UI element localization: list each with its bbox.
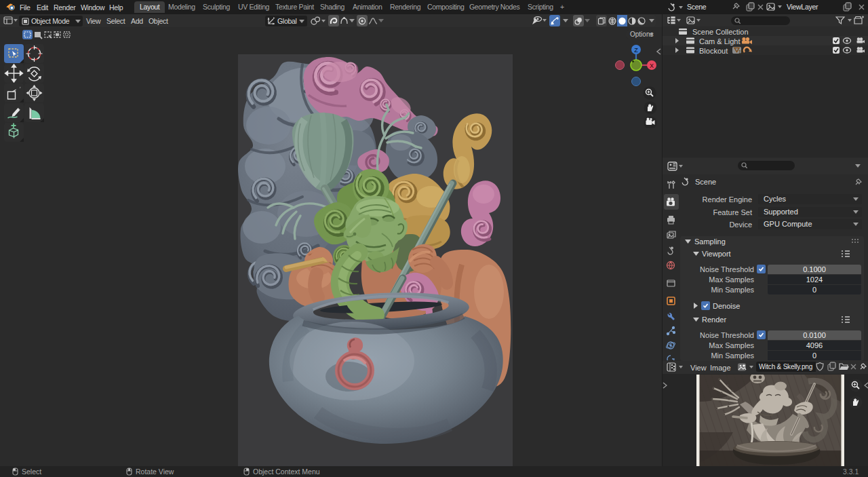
svg-text:Z: Z bbox=[634, 47, 638, 54]
svg-text:15: 15 bbox=[738, 50, 744, 54]
svg-text:X: X bbox=[650, 62, 654, 69]
